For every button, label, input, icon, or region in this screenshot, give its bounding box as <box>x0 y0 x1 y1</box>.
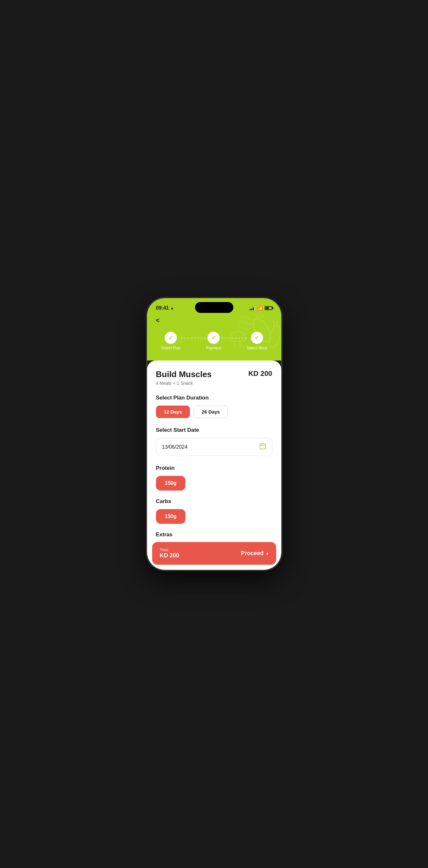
status-time: 09:41 ▲ <box>156 305 174 311</box>
svg-line-3 <box>262 314 263 317</box>
svg-line-2 <box>259 314 261 318</box>
proceed-label: Proceed <box>241 550 264 557</box>
step-1-label: Select Plan <box>161 346 181 350</box>
proceed-total-value: KD 200 <box>160 552 179 559</box>
wifi-icon: 📶 <box>257 306 263 311</box>
svg-line-5 <box>273 319 274 326</box>
duration-options: 12 Days 26 Days <box>156 406 272 418</box>
proceed-button[interactable]: Proceed › <box>241 550 269 557</box>
step-payment: ✓ Payment <box>206 332 221 350</box>
battery-fill <box>266 307 269 309</box>
proceed-bar[interactable]: Total: KD 200 Proceed › <box>152 542 276 565</box>
signal-bar-4 <box>254 307 255 310</box>
svg-rect-9 <box>260 444 266 449</box>
signal-bar-3 <box>253 307 254 310</box>
duration-12-days-button[interactable]: 12 Days <box>156 406 190 418</box>
plan-header: Build Muscles KD 200 <box>156 369 272 379</box>
progress-steps: ✓ Select Plan ✓ Payment ✓ Select <box>156 332 272 353</box>
step-2-circle: ✓ <box>208 332 220 344</box>
back-icon: < <box>156 317 160 324</box>
extras-section-label: Extras <box>156 531 272 538</box>
step-line-2 <box>221 338 247 338</box>
date-input[interactable]: 13/06/2024 <box>156 438 272 456</box>
proceed-total: Total: KD 200 <box>160 548 179 559</box>
battery-icon <box>265 306 272 310</box>
step-2-label: Payment <box>206 346 221 350</box>
step-2-check: ✓ <box>211 334 216 341</box>
date-value: 13/06/2024 <box>162 444 188 450</box>
step-1-check: ✓ <box>169 334 173 341</box>
status-icons: 📶 <box>250 306 272 311</box>
step-line-1 <box>181 338 206 338</box>
step-3-circle: ✓ <box>251 332 263 344</box>
chevron-right-icon: › <box>266 550 269 557</box>
start-date-section-label: Select Start Date <box>156 427 272 433</box>
calendar-icon <box>259 443 266 451</box>
plan-subtitle: 4 Meals + 1 Snack <box>156 381 272 386</box>
signal-bars-icon <box>250 306 255 310</box>
green-header: < ✓ Select Plan ✓ Payment <box>147 314 281 361</box>
step-3-label: Select Meal <box>247 346 267 350</box>
duration-26-days-button[interactable]: 26 Days <box>194 406 228 418</box>
carbs-button[interactable]: 150g <box>156 509 185 524</box>
phone-frame: 09:41 ▲ 📶 <box>147 298 281 570</box>
carbs-section-label: Carbs <box>156 498 272 505</box>
step-select-plan: ✓ Select Plan <box>161 332 181 350</box>
step-3-check: ✓ <box>254 334 259 341</box>
step-select-meal: ✓ Select Meal <box>247 332 267 350</box>
time-display: 09:41 <box>156 305 169 311</box>
duration-section-label: Select Plan Duration <box>156 395 272 401</box>
step-1-circle: ✓ <box>164 332 177 344</box>
signal-bar-2 <box>251 308 252 310</box>
protein-button[interactable]: 150g <box>156 476 185 491</box>
back-button[interactable]: < <box>156 314 160 327</box>
location-icon: ▲ <box>170 306 174 310</box>
signal-bar-1 <box>250 309 251 310</box>
proceed-total-label: Total: <box>160 548 179 552</box>
phone-screen: 09:41 ▲ 📶 <box>147 298 281 570</box>
plan-title: Build Muscles <box>156 369 212 379</box>
protein-section-label: Protein <box>156 465 272 471</box>
content-area: Build Muscles KD 200 4 Meals + 1 Snack S… <box>147 361 281 570</box>
dynamic-island <box>195 302 233 313</box>
plan-price: KD 200 <box>248 369 272 378</box>
